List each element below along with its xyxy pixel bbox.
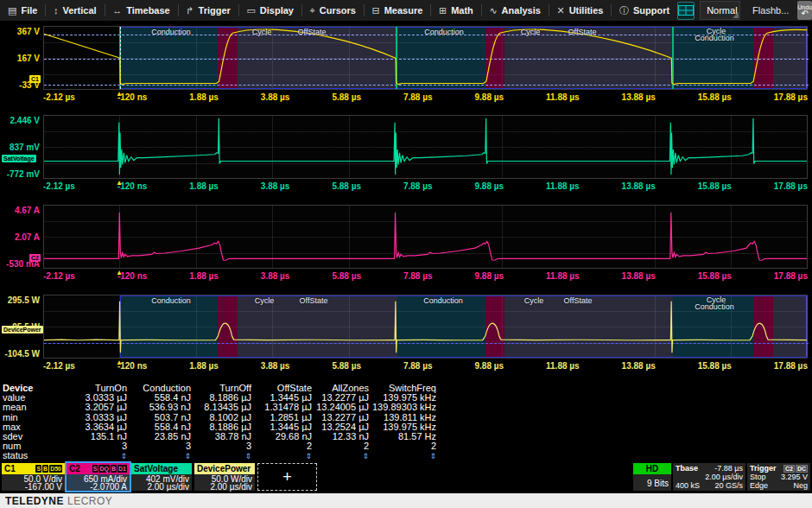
table-cell: 1.31478 µJ	[251, 403, 312, 412]
menu-file[interactable]: ▤File	[0, 0, 45, 21]
menu-file-label: File	[21, 5, 37, 16]
menu-vertical[interactable]: ↕Vertical	[46, 0, 105, 21]
display-mode-dropdown[interactable]: Normal	[700, 1, 740, 20]
satvoltage-channel-badge[interactable]: SatVoltage	[2, 155, 36, 162]
hd-bits: 9 Bits	[647, 479, 669, 487]
c2-badge-b: B	[111, 465, 117, 473]
table-cell: 12.33 nJ	[312, 432, 369, 441]
satvoltage-descriptor[interactable]: SatVoltage 402 mV/div2.00 µs/div	[131, 463, 192, 491]
c2-plot-area[interactable]	[43, 205, 808, 269]
time-tick: -120 ns	[117, 271, 147, 281]
trigger-level: 3.295 V	[781, 473, 808, 481]
satvoltage-time-axis: -2.12 µs-120 ns1.88 µs3.88 µs5.88 µs7.88…	[43, 181, 808, 191]
time-tick: 17.88 µs	[774, 92, 808, 102]
menu-cursors-label: Cursors	[320, 5, 356, 16]
vertical-icon: ↕	[54, 5, 59, 16]
satvoltage-ylabel-mid: 837 mV	[0, 143, 40, 152]
time-tick: 3.88 µs	[261, 361, 290, 371]
c1-badge-d50: D50	[49, 465, 62, 473]
tbase-samples: 400 kS	[676, 481, 700, 490]
trigger-descriptor[interactable]: TriggerC2DC Stop3.295 V EdgeNeg	[747, 463, 810, 491]
descriptor-bar: C1SBD50 50.0 V/div-167.00 V C2SDQBD1 650…	[0, 463, 812, 491]
trigger-label: Trigger	[750, 464, 777, 473]
zone-label: OffState	[564, 296, 593, 305]
timebase-descriptor[interactable]: Tbase-7.88 µs 2.00 µs/div 400 kS20 GS/s	[673, 463, 745, 491]
time-tick: 11.88 µs	[546, 271, 580, 281]
devicepower-descriptor[interactable]: DevicePower 50.0 W/div2.00 µs/div	[194, 463, 255, 491]
c1-descriptor-title: C1	[4, 464, 16, 473]
menu-utilities[interactable]: ✕Utilities	[549, 0, 611, 21]
menu-math-label: Math	[451, 5, 473, 16]
satvoltage-waveform	[44, 116, 807, 178]
menu-timebase-label: Timebase	[126, 5, 170, 16]
c2-badge-d1: D1	[117, 465, 127, 473]
time-tick: 5.88 µs	[332, 181, 361, 191]
devicepower-time-axis: -2.12 µs-120 ns1.88 µs3.88 µs5.88 µs7.88…	[43, 361, 808, 371]
status-icon: ⇕	[184, 452, 191, 460]
grid-mode-button[interactable]	[677, 2, 695, 20]
table-cell: 3	[127, 441, 191, 451]
time-tick: 9.88 µs	[475, 92, 504, 102]
c2-time-axis: -2.12 µs-120 ns1.88 µs3.88 µs5.88 µs7.88…	[43, 271, 808, 281]
satvoltage-ylabel-top: 2.446 V	[0, 116, 40, 125]
c1-ylabel-mid: 167 V	[0, 54, 40, 63]
menu-trigger[interactable]: ↱Trigger	[178, 0, 238, 21]
menu-math[interactable]: ⊞Math	[431, 0, 481, 21]
menu-analysis[interactable]: ∿Analysis	[481, 0, 548, 21]
table-cell: 81.57 Hz	[369, 432, 436, 441]
devicepower-plot-area[interactable]: Conduction Cycle OffState Conduction Cyc…	[43, 295, 808, 359]
cursors-icon: ⌖	[310, 5, 315, 16]
support-icon: ⓘ	[619, 4, 629, 17]
c1-descriptor[interactable]: C1SBD50 50.0 V/div-167.00 V	[2, 463, 65, 491]
c2-descriptor[interactable]: C2SDQBD1 650 mA/div-2.0700 A	[67, 463, 130, 491]
time-tick: 15.88 µs	[698, 92, 732, 102]
satvoltage-plot-area[interactable]	[43, 115, 808, 179]
utilities-icon: ✕	[556, 5, 564, 16]
time-tick: -2.12 µs	[43, 181, 75, 191]
c1-badge-b: B	[42, 465, 48, 473]
c2-badge-dq: DQ	[98, 465, 110, 473]
menu-measure-label: Measure	[384, 5, 423, 16]
menu-measure[interactable]: ⊟Measure	[364, 0, 430, 21]
status-icon: ⇕	[362, 452, 369, 460]
menu-display-label: Display	[260, 5, 294, 16]
satvoltage-descriptor-title: SatVoltage	[134, 464, 178, 473]
devicepower-channel-badge[interactable]: DevicePower	[2, 326, 43, 333]
menu-cursors[interactable]: ⌖Cursors	[302, 0, 364, 21]
status-icon: ⇕	[244, 452, 251, 460]
satvoltage-tdiv: 2.00 µs/div	[134, 483, 189, 491]
time-tick: 3.88 µs	[261, 181, 290, 191]
zone-label: Conduction	[151, 28, 191, 36]
table-cell: 23.85 nJ	[127, 432, 191, 441]
trigger-slope: Neg	[793, 481, 808, 490]
c2-channel-badge[interactable]: C2	[29, 254, 41, 262]
menu-timebase[interactable]: ↔Timebase	[105, 0, 178, 21]
flashback-label[interactable]: Flashb...	[752, 5, 789, 16]
time-tick: 11.88 µs	[546, 92, 580, 102]
status-icon: ⇕	[429, 452, 436, 460]
zone-label: Conduction	[151, 296, 191, 305]
time-tick: 5.88 µs	[332, 92, 361, 102]
time-tick: 7.88 µs	[403, 92, 433, 102]
time-tick: 13.88 µs	[622, 271, 656, 281]
time-tick: 7.88 µs	[403, 361, 433, 371]
c1-plot-area[interactable]: Conduction Cycle OffState Conduction Cyc…	[43, 26, 808, 90]
table-cell: 38.78 nJ	[191, 432, 251, 441]
analysis-icon: ∿	[489, 5, 497, 16]
add-trace-button[interactable]: +	[257, 463, 317, 491]
trigger-type: Edge	[750, 481, 768, 490]
time-tick: 17.88 µs	[774, 361, 808, 371]
zone-label: OffState	[568, 28, 597, 36]
trigger-mode: Stop	[750, 473, 766, 481]
time-tick: 7.88 µs	[403, 181, 433, 191]
hd-label: HD	[646, 464, 658, 473]
c1-channel-badge[interactable]: C1	[29, 75, 41, 83]
zone-label: Cycle	[524, 296, 544, 305]
c1-badge-s: S	[35, 465, 41, 473]
time-tick: -120 ns	[117, 361, 147, 371]
menu-display[interactable]: ▭Display	[238, 0, 301, 21]
hd-indicator[interactable]: HD 9 Bits	[633, 463, 671, 491]
menu-support[interactable]: ⓘSupport	[612, 0, 677, 21]
time-tick: -2.12 µs	[43, 361, 75, 371]
undo-button[interactable]: Undo↶	[797, 1, 812, 20]
